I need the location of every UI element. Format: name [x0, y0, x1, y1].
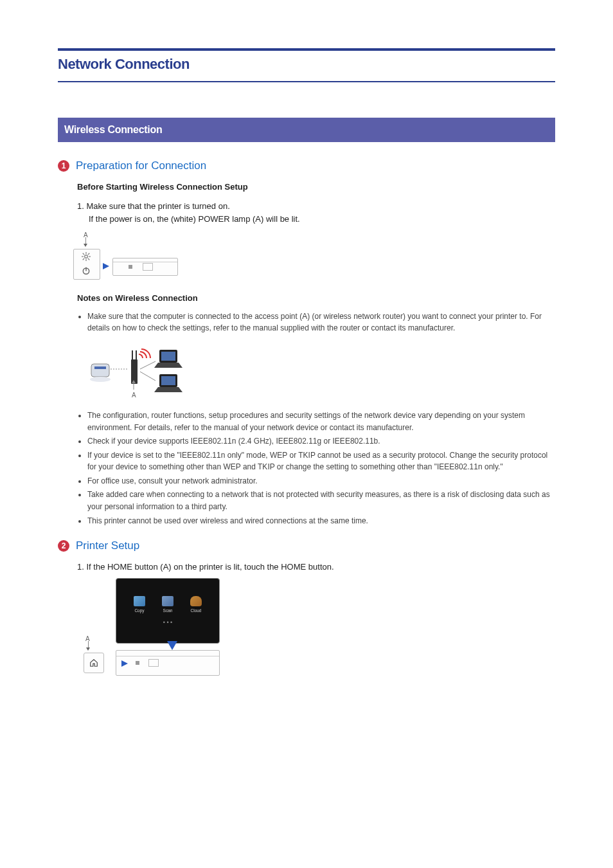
note-item: Take added care when connecting to a net…	[87, 489, 555, 512]
note-item: The configuration, router functions, set…	[87, 410, 555, 433]
step-2-content: 1. If the HOME button (A) on the printer…	[58, 561, 555, 681]
page: Network Connection Wireless Connection 1…	[0, 0, 613, 868]
svg-line-6	[88, 253, 89, 254]
notes-list-bottom: The configuration, router functions, set…	[77, 410, 555, 527]
svg-rect-11	[91, 364, 109, 377]
step-1-header: 1 Preparation for Connection	[58, 158, 555, 174]
arrow-down-icon	[86, 647, 90, 651]
app-copy-label: Copy	[134, 608, 144, 613]
printer-home-diagram: Copy Scan Cloud • • •	[90, 578, 231, 681]
svg-point-0	[85, 255, 88, 258]
svg-line-8	[88, 258, 89, 259]
copy-icon	[134, 596, 145, 606]
svg-marker-23	[154, 387, 182, 392]
app-cloud: Cloud	[186, 595, 206, 615]
before-heading: Before Starting Wireless Connection Setu…	[77, 181, 555, 193]
step-1-content: Before Starting Wireless Connection Setu…	[58, 181, 555, 527]
printer-body-panel	[112, 258, 178, 276]
notes-heading: Notes on Wireless Connection	[77, 293, 555, 304]
arrow-right-icon	[103, 263, 109, 269]
printer-power-panel	[73, 249, 100, 280]
note-item: If your device is set to the "IEEE802.11…	[87, 449, 555, 473]
svg-rect-15	[131, 359, 138, 384]
svg-marker-20	[154, 363, 182, 368]
indicator-rect	[143, 263, 153, 271]
step-2-header: 2 Printer Setup	[58, 538, 555, 554]
network-diagram: A	[90, 346, 186, 401]
lamp-icon	[82, 252, 91, 261]
note-item: Check if your device supports IEEE802.11…	[87, 435, 555, 448]
power-lamp-diagram: A	[77, 231, 180, 282]
svg-line-5	[83, 253, 84, 254]
diagram-net-label-a: A	[132, 392, 136, 399]
app-copy: Copy	[130, 595, 149, 615]
arrow-right-blue-icon	[121, 660, 128, 667]
indicator-square	[136, 661, 139, 665]
svg-rect-22	[161, 352, 175, 361]
arrow-down-blue-icon	[167, 641, 177, 650]
indicator-rect	[148, 659, 159, 667]
notes-list-top: Make sure that the computer is connected…	[77, 311, 555, 334]
screen-app-row: Copy Scan Cloud	[130, 595, 206, 615]
svg-line-18	[140, 361, 155, 369]
power-icon	[82, 266, 91, 275]
app-scan: Scan	[158, 595, 177, 615]
cloud-icon	[190, 596, 202, 606]
note-item: This printer cannot be used over wireles…	[87, 515, 555, 527]
wireless-connection-banner: Wireless Connection	[58, 118, 555, 142]
step-2-number-icon: 2	[58, 540, 69, 552]
step-1-title: Preparation for Connection	[76, 158, 206, 174]
printer-screen: Copy Scan Cloud • • •	[116, 578, 220, 644]
svg-rect-25	[161, 376, 175, 385]
step-2-line-1: 1. If the HOME button (A) on the printer…	[77, 561, 555, 573]
svg-line-19	[140, 372, 155, 381]
main-title-wrap: Network Connection	[58, 48, 555, 82]
app-cloud-label: Cloud	[191, 608, 202, 613]
step-1-line-1: 1. Make sure that the printer is turned …	[77, 201, 555, 212]
note-item: For office use, consult your network adm…	[87, 475, 555, 487]
step-1-number-icon: 1	[58, 160, 69, 172]
scan-icon	[162, 596, 173, 606]
step-1-line-1b: If the power is on, the (white) POWER la…	[77, 213, 555, 225]
home-icon	[89, 658, 98, 667]
svg-rect-12	[94, 366, 106, 369]
printer-panel-bottom	[116, 650, 220, 676]
page-title: Network Connection	[58, 55, 555, 75]
arrow-down-icon	[84, 244, 87, 247]
home-button-box	[84, 653, 104, 673]
svg-line-7	[83, 258, 84, 259]
note-item: Make sure that the computer is connected…	[87, 311, 555, 334]
step-2-title: Printer Setup	[76, 538, 139, 554]
indicator-square	[129, 265, 132, 269]
pager-dots: • • •	[163, 619, 172, 627]
app-scan-label: Scan	[163, 608, 173, 613]
svg-point-13	[90, 377, 111, 382]
